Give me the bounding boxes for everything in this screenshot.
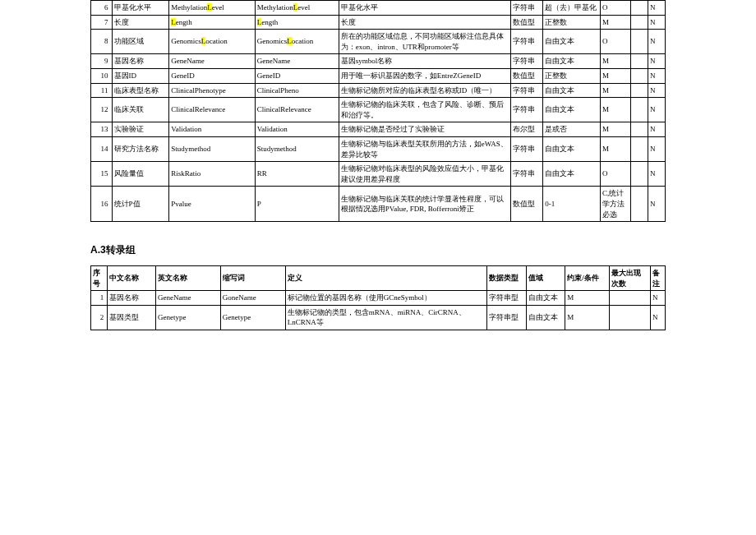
col-def: 定义 <box>285 266 487 291</box>
table-methylation-fields: 6甲基化水平MethylationLevelMethylationLevel甲基… <box>90 0 666 222</box>
cell: Genetype <box>220 305 285 330</box>
cell: 自由文本 <box>526 305 565 330</box>
cell: M <box>600 136 630 161</box>
cell: N <box>648 68 666 83</box>
cell <box>631 187 648 222</box>
cell: 布尔型 <box>510 122 542 137</box>
cell: 临床关联 <box>112 98 169 122</box>
cell: N <box>648 83 666 98</box>
cell: 基因名称 <box>108 291 156 306</box>
table-row: 6甲基化水平MethylationLevelMethylationLevel甲基… <box>91 1 666 16</box>
cell: O <box>600 1 630 16</box>
cell: 字符串 <box>510 1 542 16</box>
cell: 数值型 <box>510 187 542 222</box>
cell <box>631 30 648 54</box>
cell: N <box>648 30 666 54</box>
cell: M <box>565 291 610 306</box>
col-req: 约束/条件 <box>565 266 610 291</box>
cell: 字符串 <box>510 162 542 187</box>
cell: ClinicalPheno <box>255 83 339 98</box>
table-row: 13实验验证ValidationValidation生物标记物是否经过了实验验证… <box>91 122 666 137</box>
cell: 12 <box>91 98 113 122</box>
cell: MethylationLevel <box>169 1 256 16</box>
cell <box>631 136 648 161</box>
cell: 字符串 <box>510 83 542 98</box>
col-note: 备注 <box>650 266 665 291</box>
cell: N <box>648 98 666 122</box>
cell: 字符串型 <box>487 305 526 330</box>
cell: 15 <box>91 162 113 187</box>
cell: 是或否 <box>543 122 601 137</box>
cell <box>631 122 648 137</box>
cell: N <box>648 1 666 16</box>
table-row: 15风险量值RiskRatioRR生物标记物对临床表型的风险效应值大小，甲基化建… <box>91 162 666 187</box>
cell: 字符串型 <box>487 291 526 306</box>
cell: 基因类型 <box>108 305 156 330</box>
cell: 风险量值 <box>112 162 169 187</box>
cell: 基因symbol名称 <box>339 54 510 69</box>
cell: 0-1 <box>543 187 601 222</box>
cell <box>610 305 651 330</box>
cell: 基因名称 <box>112 54 169 69</box>
cell: 16 <box>91 187 113 222</box>
col-abbr: 缩写词 <box>220 266 285 291</box>
cell: N <box>648 187 666 222</box>
cell: N <box>648 54 666 69</box>
cell: N <box>648 162 666 187</box>
table-row: 9基因名称GeneNameGeneName基因symbol名称字符串自由文本MN <box>91 54 666 69</box>
cell: Pvalue <box>169 187 256 222</box>
cell: 13 <box>91 122 113 137</box>
cell: 2 <box>91 305 108 330</box>
cell: 11 <box>91 83 113 98</box>
cell: GeneName <box>155 291 220 306</box>
cell: RR <box>255 162 339 187</box>
col-range: 值域 <box>526 266 565 291</box>
cell: N <box>650 305 665 330</box>
cell: C,统计学方法必选 <box>600 187 630 222</box>
cell: 长度 <box>339 15 510 30</box>
cell: N <box>648 122 666 137</box>
cell <box>631 15 648 30</box>
cell: 自由文本 <box>543 98 601 122</box>
cell: 生物标记物与临床关联的统计学显著性程度，可以根据情况选用PValue, FDR,… <box>339 187 510 222</box>
cell: 8 <box>91 30 113 54</box>
cell: N <box>648 136 666 161</box>
cell: ClinicalRelevance <box>169 98 256 122</box>
cell: M <box>565 305 610 330</box>
cell: 所在的功能区域信息，不同功能区域标注信息具体为：exon、intron、UTR和… <box>339 30 510 54</box>
cell: 6 <box>91 1 113 16</box>
cell: 生物标记物与临床表型关联所用的方法，如eWAS、差异比较等 <box>339 136 510 161</box>
cell: Studymethod <box>169 136 256 161</box>
table-transcriptome-fields: 序号 中文名称 英文名称 缩写词 定义 数据类型 值域 约束/条件 最大出现次数… <box>90 265 666 330</box>
cell: 7 <box>91 15 113 30</box>
cell: RiskRatio <box>169 162 256 187</box>
cell: M <box>600 122 630 137</box>
cell: 1 <box>91 291 108 306</box>
table-row: 10基因IDGeneIDGeneID用于唯一标识基因的数字，如EntreZGen… <box>91 68 666 83</box>
cell: 自由文本 <box>543 54 601 69</box>
cell: O <box>600 162 630 187</box>
col-max: 最大出现次数 <box>610 266 651 291</box>
table-row: 7长度LengthLength长度数值型正整数MN <box>91 15 666 30</box>
cell: M <box>600 15 630 30</box>
table-row: 2基因类型GenetypeGenetype生物标记物的类型，包含mRNA、miR… <box>91 305 666 330</box>
cell: 长度 <box>112 15 169 30</box>
cell <box>631 1 648 16</box>
cell: 自由文本 <box>543 162 601 187</box>
cell <box>631 83 648 98</box>
cell: Length <box>169 15 256 30</box>
cell: 临床表型名称 <box>112 83 169 98</box>
cell: 字符串 <box>510 30 542 54</box>
table-row: 14研究方法名称StudymethodStudymethod生物标记物与临床表型… <box>91 136 666 161</box>
cell: 超（去）甲基化 <box>543 1 601 16</box>
cell: 基因ID <box>112 68 169 83</box>
cell: 标记物位置的基因名称（使用GCneSymbol） <box>285 291 487 306</box>
cell: 字符串 <box>510 136 542 161</box>
cell: 实验验证 <box>112 122 169 137</box>
cell: P <box>255 187 339 222</box>
cell: 正整数 <box>543 68 601 83</box>
cell <box>631 98 648 122</box>
cell: GeneName <box>255 54 339 69</box>
cell: 甲基化水平 <box>112 1 169 16</box>
cell <box>610 291 651 306</box>
